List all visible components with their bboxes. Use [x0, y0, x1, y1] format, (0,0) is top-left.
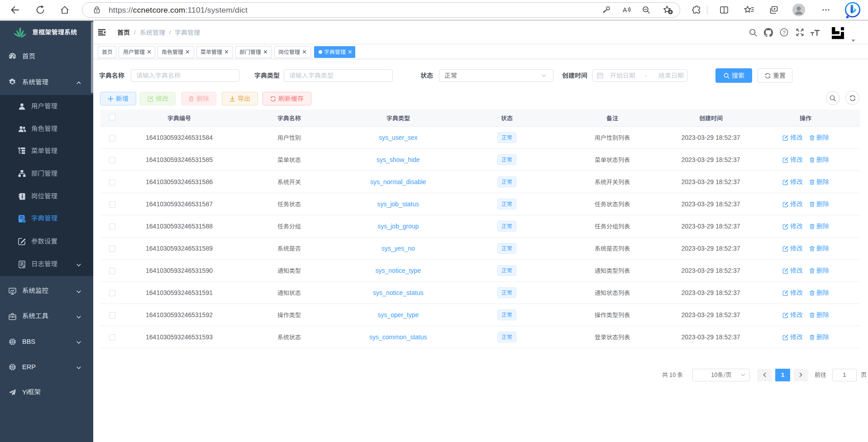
svg-text:?: ? [782, 30, 785, 35]
svg-text:A: A [623, 6, 627, 14]
